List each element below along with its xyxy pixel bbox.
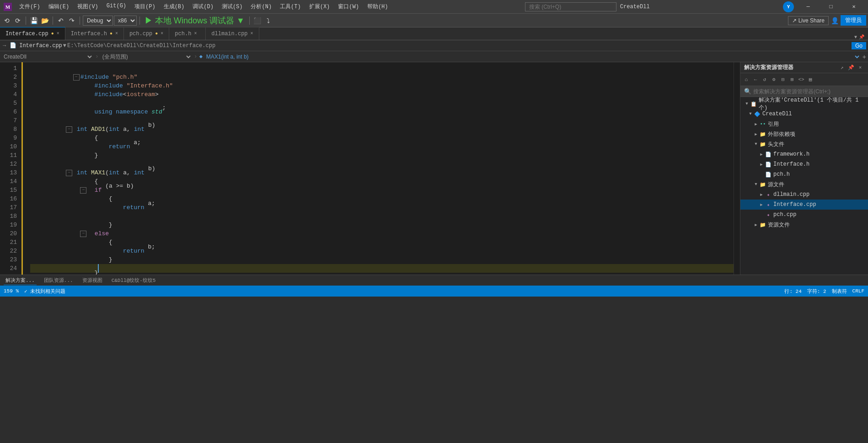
- tab-close-4[interactable]: ×: [251, 31, 253, 36]
- menu-help[interactable]: 帮助(H): [364, 2, 392, 11]
- tree-framework-h[interactable]: ▶ 📄 framework.h: [740, 149, 868, 159]
- tab-close-2[interactable]: ×: [161, 31, 163, 36]
- line-num-20: 20: [0, 229, 17, 238]
- run-button[interactable]: ▶ 本地 Windows 调试器 ▼: [143, 15, 246, 26]
- sol-toolbar-more[interactable]: ▤: [806, 76, 814, 84]
- pch-cpp-icon: ✦: [765, 211, 772, 218]
- tree-interface-cpp[interactable]: ▶ ✦ Interface.cpp: [740, 200, 868, 210]
- status-col[interactable]: 字符: 2: [807, 288, 826, 295]
- status-message[interactable]: ✓ 未找到相关问题: [24, 288, 65, 295]
- toolbar-save-btn[interactable]: 💾: [29, 16, 39, 26]
- user-avatar[interactable]: Y: [783, 1, 794, 12]
- menu-project[interactable]: 项目(P): [131, 2, 159, 11]
- tab-pin-icon[interactable]: 📌: [859, 34, 864, 40]
- bottom-tab-solution[interactable]: 解决方案...: [4, 276, 37, 285]
- nav-back-icon[interactable]: →: [2, 43, 7, 49]
- tree-pch-h[interactable]: 📄 pch.h: [740, 169, 868, 179]
- bottom-tab-class[interactable]: C&Dll@纹纹-纹纹5: [110, 276, 158, 285]
- toolbar-step-btn[interactable]: ⤵: [263, 16, 273, 26]
- menu-edit[interactable]: 编辑(E): [45, 2, 73, 11]
- debug-config-select[interactable]: Debug: [83, 16, 113, 26]
- tree-header-files[interactable]: ▼ 📁 头文件: [740, 139, 868, 149]
- sol-toolbar-refresh[interactable]: ↺: [761, 76, 769, 84]
- close-button[interactable]: ✕: [843, 0, 864, 14]
- tab-close-0[interactable]: ×: [57, 31, 59, 36]
- toolbar-fwd-btn[interactable]: ⟳: [13, 16, 23, 26]
- toolbar-save-all-btn[interactable]: 📂: [40, 16, 50, 26]
- toolbar-back-btn[interactable]: ⟲: [2, 16, 12, 26]
- tab-pch-h[interactable]: pch.h ×: [169, 27, 206, 40]
- status-indent-mode[interactable]: 制表符: [832, 288, 847, 295]
- tab-options-icon[interactable]: ▼: [854, 35, 857, 40]
- menu-file[interactable]: 文件(F): [16, 2, 44, 11]
- toolbar-redo-btn[interactable]: ↷: [67, 16, 77, 26]
- minimize-button[interactable]: —: [798, 0, 819, 14]
- tab-interface-cpp[interactable]: Interface.cpp ● ×: [0, 27, 65, 40]
- sol-toolbar-filter[interactable]: ⊞: [788, 76, 796, 84]
- manager-button[interactable]: 管理员: [841, 15, 866, 26]
- maximize-button[interactable]: □: [820, 0, 841, 14]
- editor-scrollbar[interactable]: [734, 62, 740, 275]
- bottom-tab-team[interactable]: 团队资源...: [42, 276, 75, 285]
- solution-search-bar[interactable]: 🔍: [740, 86, 868, 97]
- menu-git[interactable]: Git(G): [103, 2, 130, 11]
- scope-range-select[interactable]: (全局范围): [101, 53, 192, 60]
- sol-toolbar-code[interactable]: <>: [797, 76, 805, 84]
- toolbar-undo-btn[interactable]: ↶: [56, 16, 66, 26]
- nav-filename[interactable]: Interface.cpp: [19, 43, 62, 49]
- tree-interface-h[interactable]: ▶ 📄 Interface.h: [740, 159, 868, 169]
- panel-close-icon[interactable]: ×: [856, 64, 864, 72]
- header-folder-label: 头文件: [768, 140, 784, 148]
- status-line[interactable]: 行: 24: [784, 288, 801, 295]
- tab-dllmain-cpp[interactable]: dllmain.cpp ×: [206, 27, 259, 40]
- bottom-tab-resource[interactable]: 资源视图: [80, 276, 104, 285]
- tab-label-interface-cpp: Interface.cpp: [5, 31, 48, 37]
- menu-analyze[interactable]: 分析(N): [247, 2, 275, 11]
- sol-toolbar-back[interactable]: ←: [751, 76, 760, 84]
- menu-test[interactable]: 测试(S): [218, 2, 246, 11]
- sol-toolbar-home[interactable]: ⌂: [742, 76, 750, 84]
- tree-references[interactable]: ▶ •• 引用: [740, 119, 868, 129]
- sol-toolbar-settings[interactable]: ⚙: [770, 76, 778, 84]
- tab-label-dllmain-cpp: dllmain.cpp: [211, 31, 247, 37]
- panel-float-icon[interactable]: ↗: [838, 64, 846, 72]
- nav-go-button[interactable]: Go: [852, 42, 866, 49]
- tree-pch-cpp[interactable]: ✦ pch.cpp: [740, 210, 868, 220]
- framework-h-label: framework.h: [773, 151, 809, 157]
- project-icon: 🔷: [754, 111, 761, 117]
- tab-close-1[interactable]: ×: [115, 31, 118, 36]
- menu-extensions[interactable]: 扩展(X): [305, 2, 334, 11]
- menu-tools[interactable]: 工具(T): [276, 2, 305, 11]
- code-content-area[interactable]: −#include "pch.h" #include "Interface.h"…: [23, 62, 734, 275]
- toolbar-breakpoint-btn[interactable]: ⬛: [252, 16, 263, 26]
- panel-pin-icon[interactable]: 📌: [847, 64, 855, 72]
- menu-build[interactable]: 生成(B): [160, 2, 188, 11]
- scope-project-select[interactable]: CreateDll: [2, 53, 93, 60]
- solution-search-input[interactable]: [753, 88, 864, 95]
- status-zoom[interactable]: 159 %: [4, 288, 19, 294]
- tree-resource-files[interactable]: ▶ 📁 资源文件: [740, 220, 868, 230]
- interface-h-label: Interface.h: [773, 161, 809, 167]
- tab-interface-h[interactable]: Interface.h ● ×: [65, 27, 124, 40]
- tree-dllmain-cpp[interactable]: ▶ ✦ dllmain.cpp: [740, 189, 868, 200]
- scope-func-select[interactable]: MAX1(int a, int b): [204, 53, 861, 60]
- code-editor[interactable]: 1 2 3 4 5 6 7 8 9 10 11 12 13 14 15 16 1…: [0, 62, 740, 275]
- sol-toolbar-collapse[interactable]: ⊟: [779, 76, 787, 84]
- solution-root-item[interactable]: ▼ 📋 解决方案'CreateDll'(1 个项目/共 1 个): [740, 99, 868, 109]
- toolbar-person-btn[interactable]: 👤: [830, 16, 840, 26]
- menu-window[interactable]: 窗口(W): [334, 2, 363, 11]
- tab-close-3[interactable]: ×: [194, 31, 197, 36]
- line-num-15: 15: [0, 186, 17, 194]
- code-line-6: using namespace std;: [30, 108, 734, 116]
- status-encoding[interactable]: CRLF: [852, 288, 864, 294]
- tree-external-deps[interactable]: ▶ 📁 外部依赖项: [740, 129, 868, 139]
- live-share-button[interactable]: ↗ Live Share: [788, 16, 829, 25]
- platform-select[interactable]: x86: [114, 16, 137, 26]
- menu-debug[interactable]: 调试(D): [189, 2, 217, 11]
- menu-view[interactable]: 视图(V): [74, 2, 102, 11]
- tab-pch-cpp[interactable]: pch.cpp ● ×: [124, 27, 169, 40]
- title-search-input[interactable]: [525, 2, 616, 11]
- scope-add-button[interactable]: +: [863, 53, 866, 60]
- tree-source-files[interactable]: ▼ 📁 源文件: [740, 179, 868, 189]
- search-icon: 🔍: [744, 88, 751, 95]
